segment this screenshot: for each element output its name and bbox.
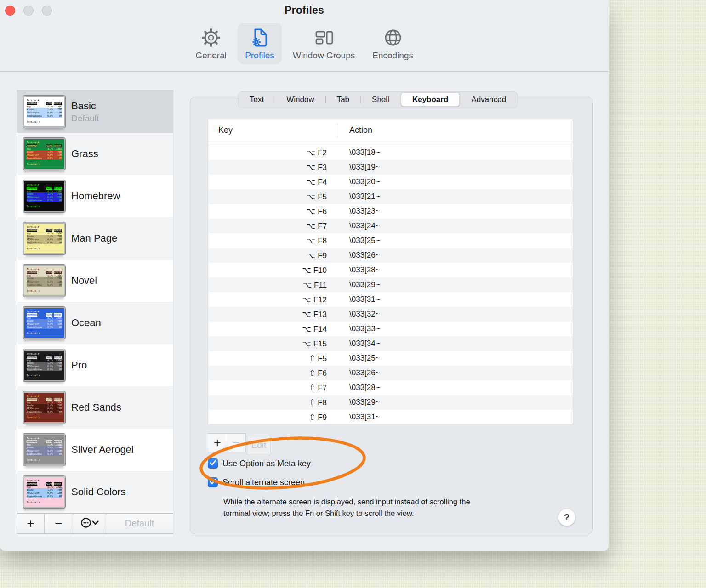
key-binding-row[interactable]: ⌥ F9\033[26~ bbox=[208, 248, 573, 263]
toolbar-item-window-groups[interactable]: Window Groups bbox=[286, 23, 361, 64]
document-gear-icon bbox=[249, 26, 271, 50]
binding-key: ⌥ F7 bbox=[208, 221, 337, 231]
globe-icon bbox=[382, 26, 404, 50]
tab-shell[interactable]: Shell bbox=[361, 92, 400, 107]
profile-item-pro[interactable]: Terminal#COMMAND%CPURPRVTtop4.1%231KXcod… bbox=[17, 344, 173, 386]
scroll-alternate-screen-checkbox[interactable] bbox=[208, 477, 218, 487]
toolbar-item-label: Profiles bbox=[245, 51, 274, 61]
profile-thumbnail: Terminal#COMMAND%CPURPRVTtop4.1%231KXcod… bbox=[23, 265, 65, 297]
alternate-screen-description: While the alternate screen is displayed,… bbox=[223, 496, 541, 519]
profile-item-novel[interactable]: Terminal#COMMAND%CPURPRVTtop4.1%231KXcod… bbox=[17, 260, 173, 302]
tab-window[interactable]: Window bbox=[275, 92, 325, 107]
binding-edit-controls: + − Edit bbox=[208, 433, 271, 455]
key-binding-row[interactable]: ⌥ F3\033[19~ bbox=[208, 160, 573, 175]
profile-name: Pro bbox=[71, 359, 87, 371]
checkmark-icon bbox=[208, 458, 218, 469]
key-binding-row[interactable]: ⌥ F7\033[24~ bbox=[208, 219, 573, 233]
add-binding-button[interactable]: + bbox=[208, 433, 227, 452]
binding-action: \033[18~ bbox=[337, 148, 380, 157]
window-groups-icon bbox=[313, 26, 336, 50]
toolbar-separator bbox=[0, 71, 609, 72]
add-profile-button[interactable]: + bbox=[17, 514, 45, 533]
key-binding-row[interactable]: ⌥ F8\033[25~ bbox=[208, 233, 573, 248]
edit-binding-button[interactable]: Edit bbox=[247, 435, 271, 455]
remove-profile-button[interactable]: − bbox=[45, 514, 73, 533]
binding-key: ⇧ F7 bbox=[208, 383, 337, 393]
key-binding-row[interactable]: ⌥ F12\033[31~ bbox=[208, 292, 573, 307]
key-binding-row[interactable]: ⌥ F10\033[28~ bbox=[208, 263, 573, 277]
binding-action: \033[21~ bbox=[337, 192, 380, 201]
profile-item-solid-colors[interactable]: Terminal#COMMAND%CPURPRVTtop4.1%231KXcod… bbox=[17, 471, 173, 513]
toolbar-item-general[interactable]: General bbox=[189, 23, 233, 64]
profile-item-red-sands[interactable]: Terminal#COMMAND%CPURPRVTtop4.1%231KXcod… bbox=[17, 386, 173, 429]
profile-name: Ocean bbox=[71, 317, 101, 329]
partial-row-sliver bbox=[208, 141, 573, 145]
binding-action: \033[29~ bbox=[337, 398, 380, 407]
titlebar: Profiles bbox=[0, 0, 609, 21]
binding-action: \033[33~ bbox=[337, 324, 380, 334]
profile-item-ocean[interactable]: Terminal#COMMAND%CPURPRVTtop4.1%231KXcod… bbox=[17, 302, 173, 344]
key-binding-table-body: ⌥ F2\033[18~⌥ F3\033[19~⌥ F4\033[20~⌥ F5… bbox=[208, 145, 573, 424]
profile-thumbnail: Terminal#COMMAND%CPURPRVTtop4.1%231KXcod… bbox=[23, 180, 65, 212]
binding-action: \033[26~ bbox=[337, 368, 380, 378]
toolbar-item-label: General bbox=[195, 51, 227, 61]
tab-keyboard[interactable]: Keyboard bbox=[401, 92, 460, 107]
profile-item-silver-aerogel[interactable]: Terminal#COMMAND%CPURPRVTtop4.1%231KXcod… bbox=[17, 429, 173, 471]
key-binding-row[interactable]: ⌥ F4\033[20~ bbox=[208, 175, 573, 189]
more-options-button[interactable] bbox=[73, 514, 106, 533]
profile-item-homebrew[interactable]: Terminal#COMMAND%CPURPRVTtop4.1%231KXcod… bbox=[17, 175, 173, 217]
binding-action: \033[31~ bbox=[337, 413, 380, 422]
profile-thumbnail: Terminal#COMMAND%CPURPRVTtop4.1%231KXcod… bbox=[23, 138, 65, 170]
key-binding-row[interactable]: ⌥ F15\033[34~ bbox=[208, 336, 573, 351]
key-binding-row[interactable]: ⇧ F6\033[26~ bbox=[208, 366, 573, 380]
profile-name: Solid Colors bbox=[71, 486, 126, 498]
binding-action: \033[25~ bbox=[337, 354, 380, 363]
binding-action: \033[31~ bbox=[337, 295, 380, 304]
profile-item-basic[interactable]: Terminal#COMMAND%CPURPRVTtop4.1%231KXcod… bbox=[17, 90, 173, 133]
profile-list: Terminal#COMMAND%CPURPRVTtop4.1%231KXcod… bbox=[17, 90, 173, 513]
key-binding-row[interactable]: ⇧ F9\033[31~ bbox=[208, 410, 573, 424]
binding-key: ⌥ F2 bbox=[208, 148, 337, 158]
key-binding-row[interactable]: ⇧ F7\033[28~ bbox=[208, 380, 573, 395]
profile-thumbnail: Terminal#COMMAND%CPURPRVTtop4.1%231KXcod… bbox=[23, 222, 65, 254]
profile-name: Man Page bbox=[71, 232, 117, 244]
key-binding-row[interactable]: ⌥ F6\033[23~ bbox=[208, 204, 573, 219]
key-binding-row[interactable]: ⌥ F2\033[18~ bbox=[208, 145, 573, 160]
toolbar-item-label: Encodings bbox=[372, 51, 413, 61]
binding-action: \033[19~ bbox=[337, 163, 380, 172]
tab-advanced[interactable]: Advanced bbox=[460, 92, 517, 107]
binding-key: ⌥ F14 bbox=[208, 324, 337, 334]
set-default-button[interactable]: Default bbox=[106, 514, 173, 533]
binding-key: ⇧ F5 bbox=[208, 354, 337, 363]
tab-text[interactable]: Text bbox=[239, 92, 275, 107]
help-button[interactable]: ? bbox=[558, 509, 575, 526]
column-header-key[interactable]: Key bbox=[208, 125, 337, 135]
key-binding-row[interactable]: ⌥ F5\033[21~ bbox=[208, 189, 573, 204]
profile-item-man-page[interactable]: Terminal#COMMAND%CPURPRVTtop4.1%231KXcod… bbox=[17, 217, 173, 260]
key-binding-row[interactable]: ⇧ F8\033[29~ bbox=[208, 395, 573, 410]
key-binding-row[interactable]: ⌥ F13\033[32~ bbox=[208, 307, 573, 322]
column-header-action[interactable]: Action bbox=[337, 125, 372, 135]
toolbar-item-profiles[interactable]: Profiles bbox=[238, 23, 282, 64]
key-binding-row[interactable]: ⌥ F14\033[33~ bbox=[208, 322, 573, 336]
tab-tab[interactable]: Tab bbox=[326, 92, 360, 107]
key-binding-row[interactable]: ⌥ F11\033[29~ bbox=[208, 277, 573, 292]
binding-key: ⌥ F10 bbox=[208, 266, 337, 275]
profile-item-grass[interactable]: Terminal#COMMAND%CPURPRVTtop4.1%231KXcod… bbox=[17, 133, 173, 175]
toolbar-item-label: Window Groups bbox=[293, 51, 355, 61]
profile-list-footer: + − Default bbox=[17, 513, 173, 534]
binding-key: ⌥ F11 bbox=[208, 280, 337, 290]
binding-key: ⌥ F12 bbox=[208, 295, 337, 305]
ellipsis-circle-chevron-icon bbox=[80, 516, 100, 531]
binding-key: ⌥ F8 bbox=[208, 236, 337, 246]
profile-thumbnail: Terminal#COMMAND%CPURPRVTtop4.1%231KXcod… bbox=[23, 307, 65, 339]
toolbar-item-encodings[interactable]: Encodings bbox=[366, 23, 420, 64]
profile-name: Novel bbox=[71, 275, 97, 287]
binding-action: \033[23~ bbox=[337, 207, 380, 216]
profile-name: Red Sands bbox=[71, 401, 121, 413]
settings-tabs: TextWindowTabShellKeyboardAdvanced bbox=[238, 91, 518, 107]
use-option-as-meta-checkbox[interactable] bbox=[208, 458, 218, 469]
remove-binding-button[interactable]: − bbox=[227, 433, 246, 452]
key-binding-row[interactable]: ⇧ F5\033[25~ bbox=[208, 351, 573, 366]
binding-action: \033[28~ bbox=[337, 266, 380, 275]
